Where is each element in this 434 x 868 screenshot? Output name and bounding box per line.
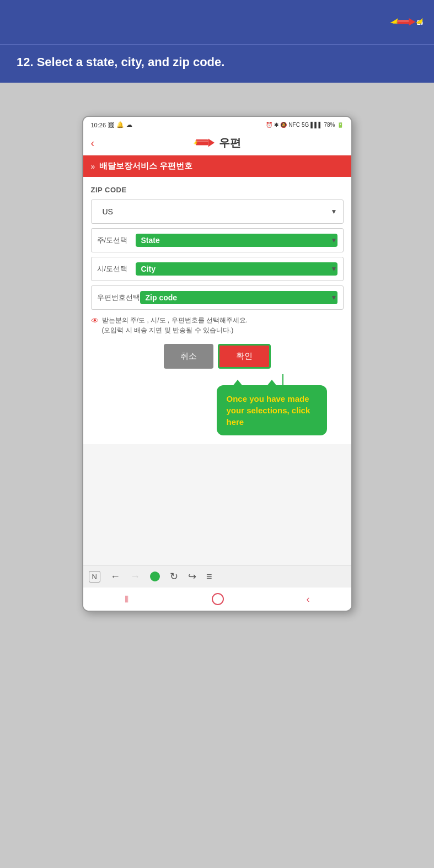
svg-rect-4 [398,20,409,21]
photo-icon: 🖼 [108,122,114,128]
svg-rect-10 [195,141,208,142]
app-logo-icon [194,135,215,150]
home-button[interactable] [212,593,224,605]
time-display: 10:26 [91,122,106,128]
svg-rect-2 [398,20,409,24]
city-label-korean: 시/도선택 [97,264,136,274]
menu-icon[interactable]: ≡ [206,571,212,583]
phone-nav: ⦀ ‹ [83,587,351,611]
svg-marker-9 [208,138,214,147]
top-header: EMS [0,0,434,44]
recent-apps-button[interactable]: ⦀ [125,594,129,605]
ems-logo: EMS [390,14,423,30]
button-row: 취소 확인 [91,344,344,369]
city-dropdown[interactable]: 시/도선택 City ▼ [91,257,344,281]
tooltip-container: Once you have made your selections, clic… [91,374,344,435]
volume-icon: 🔕 [280,122,287,128]
browser-icons: N ← → ↻ ↪ ≡ [89,570,212,583]
zipcode-selected-value: Zip code [140,291,337,304]
phone-back-button[interactable]: ‹ [307,594,310,605]
warning-icon: 👁 [91,316,99,325]
confirm-button[interactable]: 확인 [218,344,271,369]
section-title-text: 배달보장서비스 우편번호 [99,161,192,171]
state-selected-value: State [136,234,337,247]
tooltip-bubble: Once you have made your selections, clic… [217,385,327,435]
zipcode-dropdown[interactable]: 우편번호선택 Zip code ▼ [91,285,344,310]
bluetooth-icon: ✱ [274,122,278,128]
browser-bar: N ← → ↻ ↪ ≡ [83,565,351,587]
warning-text: 받는분의 주/도 , 시/도 , 우편번호를 선택해주세요. (오입력 시 배송… [102,315,248,335]
alarm-icon: ⏰ [266,122,272,128]
svg-rect-8 [195,139,208,145]
nfc-icon: NFC [288,122,300,128]
phone-empty-area [83,444,351,565]
city-caret-icon: ▼ [331,265,337,273]
forward-nav-icon[interactable]: → [130,571,140,583]
step-bar: 12. Select a state, city, and zip code. [0,44,434,83]
refresh-icon[interactable]: ↻ [170,570,178,583]
zip-code-label: ZIP CODE [91,186,344,194]
share-icon[interactable]: ↪ [188,570,196,583]
n-browser-icon[interactable]: N [89,571,100,583]
svg-marker-3 [409,18,416,26]
battery-display: 78% [324,122,335,128]
state-dropdown[interactable]: 주/도선택 State ▼ [91,228,344,252]
app-bar: ‹ 우편 [83,131,351,155]
back-button[interactable]: ‹ [91,137,95,149]
back-nav-icon[interactable]: ← [110,571,120,583]
cloud-icon: ☁ [126,121,132,128]
signal-bars: ▌▌▌ [310,122,322,128]
status-right: ⏰ ✱ 🔕 NFC 5G ▌▌▌ 78% 🔋 [266,122,343,128]
app-title-text: 우편 [219,136,241,150]
status-left: 10:26 🖼 🔔 ☁ [91,121,133,128]
ems-logo-svg: EMS [390,14,423,30]
app-title: 우편 [194,135,241,150]
form-area: ZIP CODE US ▼ 주/도선택 State ▼ 시/도선택 City ▼… [83,177,351,444]
cancel-button[interactable]: 취소 [164,344,213,369]
content-area: 10:26 🖼 🔔 ☁ ⏰ ✱ 🔕 NFC 5G ▌▌▌ 78% 🔋 ‹ [0,83,434,634]
country-dropdown[interactable]: US ▼ [91,200,344,224]
double-arrow-icon: » [91,162,95,171]
tooltip-text: Once you have made your selections, clic… [227,394,310,427]
phone-frame: 10:26 🖼 🔔 ☁ ⏰ ✱ 🔕 NFC 5G ▌▌▌ 78% 🔋 ‹ [82,116,352,612]
section-header: » 배달보장서비스 우편번호 [83,155,351,177]
country-caret-icon: ▼ [331,208,337,215]
network-icon: 5G [302,122,309,128]
step-instruction: 12. Select a state, city, and zip code. [17,55,417,69]
home-dot-icon[interactable] [150,572,160,581]
city-selected-value: City [136,262,337,276]
zipcode-caret-icon: ▼ [331,294,337,301]
tooltip-connector [282,374,283,385]
signal-icon-2: 🔔 [116,121,124,128]
zipcode-label-korean: 우편번호선택 [97,293,140,303]
country-selected-value: US [97,205,337,218]
battery-icon: 🔋 [337,122,344,128]
warning-box: 👁 받는분의 주/도 , 시/도 , 우편번호를 선택해주세요. (오입력 시 … [91,315,344,335]
state-label-korean: 주/도선택 [97,235,136,245]
status-bar: 10:26 🖼 🔔 ☁ ⏰ ✱ 🔕 NFC 5G ▌▌▌ 78% 🔋 [83,117,351,131]
state-caret-icon: ▼ [331,236,337,244]
